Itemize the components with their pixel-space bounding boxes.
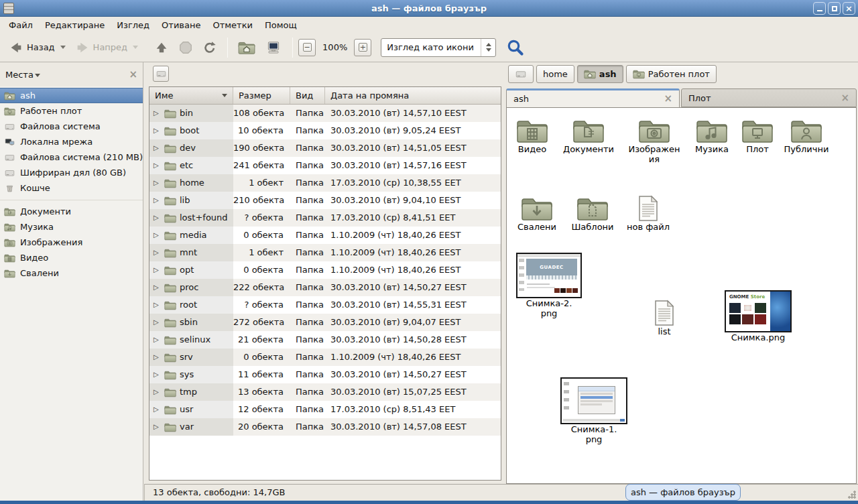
- icon-view-item[interactable]: list: [627, 300, 701, 336]
- menu-item[interactable]: Изглед: [111, 18, 156, 32]
- icon-view-item[interactable]: GUADECСнимка-2.png: [512, 253, 586, 318]
- column-header[interactable]: Вид: [290, 87, 325, 104]
- home-button[interactable]: [233, 38, 260, 58]
- table-row[interactable]: ▷bin108 обектаПапка30.03.2010 (вт) 14,57…: [149, 105, 501, 122]
- taskbar-window-button[interactable]: ash — файлов браузър: [625, 484, 741, 501]
- table-row[interactable]: ▷selinux21 обектаПапка30.03.2010 (вт) 14…: [149, 331, 501, 349]
- sidebar-item[interactable]: Шифриран дял (80 GB): [0, 165, 143, 180]
- tree-root-button[interactable]: [153, 66, 169, 82]
- expander-icon[interactable]: ▷: [154, 244, 161, 261]
- tab-ash[interactable]: ash×: [506, 88, 680, 107]
- sidebar-item[interactable]: Свалени: [0, 265, 143, 281]
- expander-icon[interactable]: ▷: [154, 418, 161, 436]
- icon-view-item[interactable]: Снимка-1.png: [557, 377, 631, 444]
- table-row[interactable]: ▷var20 обектаПапка30.03.2010 (вт) 14,57,…: [149, 418, 501, 436]
- menu-item[interactable]: Отметки: [206, 18, 258, 32]
- tab-Плот[interactable]: Плот×: [681, 88, 857, 107]
- expander-icon[interactable]: ▷: [154, 174, 161, 192]
- breadcrumb-button[interactable]: home: [536, 65, 574, 83]
- sidebar-item[interactable]: Файлова система (210 MB): [0, 149, 143, 165]
- table-row[interactable]: ▷home1 обектПапка17.03.2010 (ср) 10,38,5…: [149, 174, 501, 192]
- table-row[interactable]: ▷sbin272 обектаПапка30.03.2010 (вт) 9,04…: [149, 314, 501, 331]
- search-button[interactable]: [505, 38, 526, 58]
- expander-icon[interactable]: ▷: [154, 209, 161, 227]
- forward-button[interactable]: Напред: [70, 38, 143, 58]
- expander-icon[interactable]: ▷: [154, 383, 161, 401]
- menu-item[interactable]: Редактиране: [39, 18, 111, 32]
- expander-icon[interactable]: ▷: [154, 105, 161, 122]
- icon-view-item[interactable]: GNOME StoreСнимка.png: [721, 290, 795, 342]
- zoom-in-button[interactable]: +: [354, 39, 371, 56]
- table-row[interactable]: ▷tmp13 обектаПапка30.03.2010 (вт) 15,07,…: [149, 383, 501, 401]
- table-row[interactable]: ▷usr12 обектаПапка17.03.2010 (ср) 8,51,4…: [149, 401, 501, 418]
- table-row[interactable]: ▷etc241 обектаПапка30.03.2010 (вт) 14,57…: [149, 157, 501, 174]
- chevron-down-icon[interactable]: [35, 74, 40, 77]
- menu-item[interactable]: Помощ: [259, 18, 303, 32]
- table-row[interactable]: ▷root? обектаПапка30.03.2010 (вт) 14,55,…: [149, 296, 501, 314]
- column-header[interactable]: Размер: [233, 87, 290, 104]
- up-button[interactable]: [149, 38, 174, 58]
- maximize-button[interactable]: [828, 2, 841, 15]
- expander-icon[interactable]: ▷: [154, 279, 161, 296]
- table-row[interactable]: ▷dev190 обектаПапка30.03.2010 (вт) 14,51…: [149, 139, 501, 157]
- sidebar-item[interactable]: Музика: [0, 219, 143, 235]
- sidebar-item[interactable]: Видео: [0, 250, 143, 265]
- sidebar-item[interactable]: Локална мрежа: [0, 134, 143, 149]
- tree-header: ИмеРазмерВидДата на промяна: [149, 87, 501, 105]
- table-row[interactable]: ▷media0 обектаПапка1.10.2009 (чт) 18,40,…: [149, 227, 501, 244]
- expander-icon[interactable]: ▷: [154, 261, 161, 279]
- sidebar-item[interactable]: ash: [0, 88, 143, 103]
- forward-history-chevron-icon[interactable]: [133, 46, 138, 49]
- sidebar-item-label: Изображения: [20, 237, 82, 247]
- expander-icon[interactable]: ▷: [154, 192, 161, 209]
- menu-item[interactable]: Файл: [3, 18, 39, 32]
- icon-view-item[interactable]: Документи: [552, 117, 625, 154]
- expander-icon[interactable]: ▷: [154, 227, 161, 244]
- menu-item[interactable]: Отиване: [156, 18, 206, 32]
- zoom-out-button[interactable]: −: [298, 39, 316, 56]
- table-row[interactable]: ▷boot10 обектаПапка30.03.2010 (вт) 9,05,…: [149, 122, 501, 139]
- icon-view-item[interactable]: Публични: [770, 117, 843, 154]
- tab-close-icon[interactable]: ×: [841, 93, 849, 103]
- table-row[interactable]: ▷mnt1 обектПапка1.10.2009 (чт) 18,40,26 …: [149, 244, 501, 261]
- close-button[interactable]: ×: [843, 2, 855, 15]
- expander-icon[interactable]: ▷: [154, 349, 161, 366]
- expander-icon[interactable]: ▷: [154, 139, 161, 157]
- table-row[interactable]: ▷srv0 обектаПапка1.10.2009 (чт) 18,40,26…: [149, 349, 501, 366]
- sidebar-item[interactable]: Файлова система: [0, 119, 143, 134]
- table-row[interactable]: ▷lib210 обектаПапка30.03.2010 (вт) 9,04,…: [149, 192, 501, 209]
- sidebar-title[interactable]: Места: [5, 70, 34, 80]
- view-mode-select[interactable]: Изглед като икони: [381, 38, 496, 57]
- sidebar-item[interactable]: Работен плот: [0, 103, 143, 119]
- back-history-chevron-icon[interactable]: [60, 46, 66, 49]
- table-row[interactable]: ▷lost+found? обектаПапка17.03.2010 (ср) …: [149, 209, 501, 227]
- back-button[interactable]: Назад: [4, 38, 70, 58]
- breadcrumb-button[interactable]: Работен плот: [626, 65, 717, 83]
- expander-icon[interactable]: ▷: [154, 296, 161, 314]
- combo-stepper-icon[interactable]: [481, 39, 495, 56]
- icon-view-item[interactable]: нов файл: [611, 195, 685, 232]
- table-row[interactable]: ▷sys11 обектаПапка30.03.2010 (вт) 14,50,…: [149, 366, 501, 383]
- computer-button[interactable]: [260, 38, 287, 58]
- expander-icon[interactable]: ▷: [154, 122, 161, 139]
- table-row[interactable]: ▷opt0 обектаПапка1.10.2009 (чт) 18,40,26…: [149, 261, 501, 279]
- column-header[interactable]: Дата на промяна: [325, 87, 501, 104]
- expander-icon[interactable]: ▷: [154, 366, 161, 383]
- breadcrumb-button[interactable]: ash: [577, 65, 623, 83]
- sidebar-close-icon[interactable]: ×: [129, 70, 137, 80]
- breadcrumb-button[interactable]: [508, 65, 534, 83]
- sidebar-item[interactable]: Кошче: [0, 180, 143, 196]
- expander-icon[interactable]: ▷: [154, 331, 161, 349]
- resize-grip[interactable]: [847, 490, 857, 499]
- sidebar-item[interactable]: Изображения: [0, 235, 143, 250]
- expander-icon[interactable]: ▷: [154, 401, 161, 418]
- expander-icon[interactable]: ▷: [154, 157, 161, 174]
- tab-close-icon[interactable]: ×: [664, 94, 672, 104]
- expander-icon[interactable]: ▷: [154, 314, 161, 331]
- reload-button[interactable]: [198, 38, 222, 58]
- sidebar-item[interactable]: Документи: [0, 204, 143, 219]
- minimize-button[interactable]: [813, 2, 826, 15]
- table-row[interactable]: ▷proc222 обектаПапка30.03.2010 (вт) 14,5…: [149, 279, 501, 296]
- stop-button[interactable]: [174, 38, 198, 58]
- column-header[interactable]: Име: [149, 87, 233, 104]
